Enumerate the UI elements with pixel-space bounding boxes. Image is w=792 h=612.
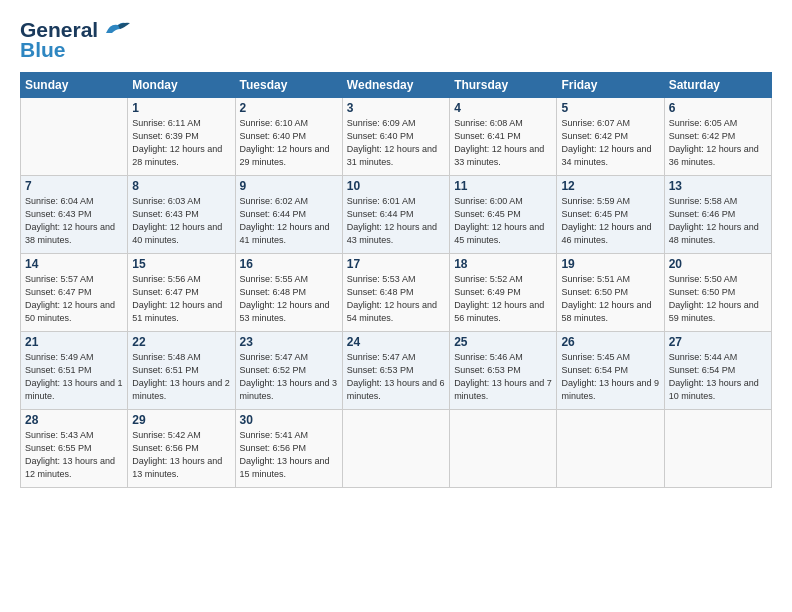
calendar-cell [450, 410, 557, 488]
day-info: Sunrise: 6:00 AM Sunset: 6:45 PM Dayligh… [454, 195, 552, 247]
day-number: 4 [454, 101, 552, 115]
day-info: Sunrise: 6:01 AM Sunset: 6:44 PM Dayligh… [347, 195, 445, 247]
calendar-cell: 15Sunrise: 5:56 AM Sunset: 6:47 PM Dayli… [128, 254, 235, 332]
calendar-cell: 2Sunrise: 6:10 AM Sunset: 6:40 PM Daylig… [235, 98, 342, 176]
day-number: 6 [669, 101, 767, 115]
day-info: Sunrise: 5:57 AM Sunset: 6:47 PM Dayligh… [25, 273, 123, 325]
day-number: 25 [454, 335, 552, 349]
day-number: 16 [240, 257, 338, 271]
day-number: 28 [25, 413, 123, 427]
day-number: 20 [669, 257, 767, 271]
calendar-cell: 1Sunrise: 6:11 AM Sunset: 6:39 PM Daylig… [128, 98, 235, 176]
calendar-cell [557, 410, 664, 488]
calendar-cell: 19Sunrise: 5:51 AM Sunset: 6:50 PM Dayli… [557, 254, 664, 332]
logo-bird-icon [102, 19, 132, 41]
calendar-cell [664, 410, 771, 488]
day-number: 29 [132, 413, 230, 427]
calendar-cell: 11Sunrise: 6:00 AM Sunset: 6:45 PM Dayli… [450, 176, 557, 254]
header-cell-wednesday: Wednesday [342, 73, 449, 98]
day-info: Sunrise: 5:51 AM Sunset: 6:50 PM Dayligh… [561, 273, 659, 325]
calendar-cell: 24Sunrise: 5:47 AM Sunset: 6:53 PM Dayli… [342, 332, 449, 410]
day-info: Sunrise: 5:56 AM Sunset: 6:47 PM Dayligh… [132, 273, 230, 325]
day-number: 5 [561, 101, 659, 115]
calendar-cell: 18Sunrise: 5:52 AM Sunset: 6:49 PM Dayli… [450, 254, 557, 332]
calendar-cell: 14Sunrise: 5:57 AM Sunset: 6:47 PM Dayli… [21, 254, 128, 332]
day-number: 14 [25, 257, 123, 271]
page: General Blue SundayMondayTuesdayWednesda… [0, 0, 792, 498]
week-row-4: 28Sunrise: 5:43 AM Sunset: 6:55 PM Dayli… [21, 410, 772, 488]
calendar-cell: 12Sunrise: 5:59 AM Sunset: 6:45 PM Dayli… [557, 176, 664, 254]
day-number: 19 [561, 257, 659, 271]
calendar-cell [342, 410, 449, 488]
day-info: Sunrise: 5:46 AM Sunset: 6:53 PM Dayligh… [454, 351, 552, 403]
day-number: 15 [132, 257, 230, 271]
day-number: 18 [454, 257, 552, 271]
calendar-cell: 7Sunrise: 6:04 AM Sunset: 6:43 PM Daylig… [21, 176, 128, 254]
day-info: Sunrise: 5:47 AM Sunset: 6:52 PM Dayligh… [240, 351, 338, 403]
day-number: 7 [25, 179, 123, 193]
week-row-2: 14Sunrise: 5:57 AM Sunset: 6:47 PM Dayli… [21, 254, 772, 332]
logo-blue: Blue [20, 38, 66, 62]
calendar-cell: 5Sunrise: 6:07 AM Sunset: 6:42 PM Daylig… [557, 98, 664, 176]
calendar-cell: 29Sunrise: 5:42 AM Sunset: 6:56 PM Dayli… [128, 410, 235, 488]
day-info: Sunrise: 5:42 AM Sunset: 6:56 PM Dayligh… [132, 429, 230, 481]
day-info: Sunrise: 5:44 AM Sunset: 6:54 PM Dayligh… [669, 351, 767, 403]
day-info: Sunrise: 6:11 AM Sunset: 6:39 PM Dayligh… [132, 117, 230, 169]
day-number: 22 [132, 335, 230, 349]
calendar-cell: 20Sunrise: 5:50 AM Sunset: 6:50 PM Dayli… [664, 254, 771, 332]
calendar-cell: 10Sunrise: 6:01 AM Sunset: 6:44 PM Dayli… [342, 176, 449, 254]
calendar-cell: 13Sunrise: 5:58 AM Sunset: 6:46 PM Dayli… [664, 176, 771, 254]
header-cell-sunday: Sunday [21, 73, 128, 98]
calendar-cell: 28Sunrise: 5:43 AM Sunset: 6:55 PM Dayli… [21, 410, 128, 488]
day-number: 17 [347, 257, 445, 271]
calendar-table: SundayMondayTuesdayWednesdayThursdayFrid… [20, 72, 772, 488]
logo: General Blue [20, 18, 132, 62]
day-info: Sunrise: 5:47 AM Sunset: 6:53 PM Dayligh… [347, 351, 445, 403]
header: General Blue [20, 18, 772, 62]
day-number: 2 [240, 101, 338, 115]
day-info: Sunrise: 6:02 AM Sunset: 6:44 PM Dayligh… [240, 195, 338, 247]
week-row-3: 21Sunrise: 5:49 AM Sunset: 6:51 PM Dayli… [21, 332, 772, 410]
calendar-cell: 6Sunrise: 6:05 AM Sunset: 6:42 PM Daylig… [664, 98, 771, 176]
header-cell-thursday: Thursday [450, 73, 557, 98]
day-info: Sunrise: 5:45 AM Sunset: 6:54 PM Dayligh… [561, 351, 659, 403]
day-info: Sunrise: 5:48 AM Sunset: 6:51 PM Dayligh… [132, 351, 230, 403]
day-number: 11 [454, 179, 552, 193]
day-number: 27 [669, 335, 767, 349]
day-number: 1 [132, 101, 230, 115]
day-info: Sunrise: 6:08 AM Sunset: 6:41 PM Dayligh… [454, 117, 552, 169]
day-info: Sunrise: 6:04 AM Sunset: 6:43 PM Dayligh… [25, 195, 123, 247]
day-number: 13 [669, 179, 767, 193]
day-number: 30 [240, 413, 338, 427]
calendar-cell: 27Sunrise: 5:44 AM Sunset: 6:54 PM Dayli… [664, 332, 771, 410]
day-number: 24 [347, 335, 445, 349]
day-info: Sunrise: 6:10 AM Sunset: 6:40 PM Dayligh… [240, 117, 338, 169]
day-info: Sunrise: 6:07 AM Sunset: 6:42 PM Dayligh… [561, 117, 659, 169]
day-info: Sunrise: 5:49 AM Sunset: 6:51 PM Dayligh… [25, 351, 123, 403]
calendar-cell [21, 98, 128, 176]
calendar-cell: 8Sunrise: 6:03 AM Sunset: 6:43 PM Daylig… [128, 176, 235, 254]
header-cell-saturday: Saturday [664, 73, 771, 98]
day-info: Sunrise: 6:09 AM Sunset: 6:40 PM Dayligh… [347, 117, 445, 169]
calendar-cell: 30Sunrise: 5:41 AM Sunset: 6:56 PM Dayli… [235, 410, 342, 488]
calendar-cell: 16Sunrise: 5:55 AM Sunset: 6:48 PM Dayli… [235, 254, 342, 332]
header-cell-friday: Friday [557, 73, 664, 98]
day-number: 26 [561, 335, 659, 349]
day-info: Sunrise: 5:52 AM Sunset: 6:49 PM Dayligh… [454, 273, 552, 325]
header-cell-monday: Monday [128, 73, 235, 98]
day-number: 3 [347, 101, 445, 115]
calendar-cell: 4Sunrise: 6:08 AM Sunset: 6:41 PM Daylig… [450, 98, 557, 176]
calendar-cell: 17Sunrise: 5:53 AM Sunset: 6:48 PM Dayli… [342, 254, 449, 332]
day-info: Sunrise: 5:58 AM Sunset: 6:46 PM Dayligh… [669, 195, 767, 247]
day-info: Sunrise: 6:05 AM Sunset: 6:42 PM Dayligh… [669, 117, 767, 169]
calendar-cell: 22Sunrise: 5:48 AM Sunset: 6:51 PM Dayli… [128, 332, 235, 410]
day-info: Sunrise: 5:53 AM Sunset: 6:48 PM Dayligh… [347, 273, 445, 325]
week-row-1: 7Sunrise: 6:04 AM Sunset: 6:43 PM Daylig… [21, 176, 772, 254]
calendar-cell: 21Sunrise: 5:49 AM Sunset: 6:51 PM Dayli… [21, 332, 128, 410]
day-info: Sunrise: 5:55 AM Sunset: 6:48 PM Dayligh… [240, 273, 338, 325]
calendar-cell: 9Sunrise: 6:02 AM Sunset: 6:44 PM Daylig… [235, 176, 342, 254]
calendar-cell: 25Sunrise: 5:46 AM Sunset: 6:53 PM Dayli… [450, 332, 557, 410]
day-number: 8 [132, 179, 230, 193]
day-info: Sunrise: 5:41 AM Sunset: 6:56 PM Dayligh… [240, 429, 338, 481]
day-number: 23 [240, 335, 338, 349]
